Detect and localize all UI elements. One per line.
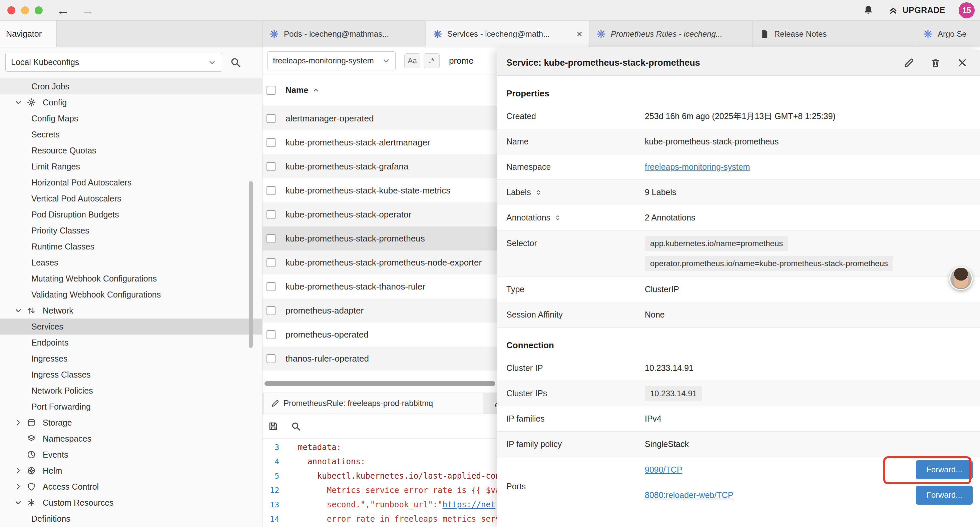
- line-number: 14: [262, 515, 285, 523]
- sidebar-item-leases[interactable]: Leases: [0, 255, 262, 271]
- line-number: 13: [262, 500, 285, 509]
- row-checkbox[interactable]: [267, 306, 275, 315]
- sidebar-item-port-forwarding[interactable]: Port Forwarding: [0, 399, 262, 415]
- tab-release-notes[interactable]: Release Notes: [753, 21, 916, 47]
- editor-search-icon[interactable]: [291, 421, 301, 431]
- chevron-down-icon[interactable]: [14, 498, 23, 507]
- sidebar-item-services[interactable]: Services: [0, 318, 262, 334]
- notifications-bell-icon[interactable]: [862, 4, 874, 16]
- chevron-right-icon[interactable]: [14, 466, 23, 475]
- forward-arrow-icon[interactable]: →: [81, 4, 94, 17]
- row-checkbox[interactable]: [267, 354, 275, 363]
- sidebar-item-network-policies[interactable]: Network Policies: [0, 382, 262, 399]
- close-drawer-icon[interactable]: [957, 57, 968, 68]
- port-forward-button[interactable]: Forward...: [916, 486, 973, 505]
- row-checkbox[interactable]: [267, 330, 275, 339]
- property-row-name: Name kube-prometheus-stack-prometheus: [497, 129, 980, 154]
- sidebar-item-limit-ranges[interactable]: Limit Ranges: [0, 158, 262, 174]
- sidebar-item-endpoints[interactable]: Endpoints: [0, 334, 262, 350]
- navigator-panel-header[interactable]: Navigator: [0, 21, 57, 47]
- labels-count[interactable]: 9 Labels: [645, 188, 676, 197]
- row-checkbox[interactable]: [267, 186, 275, 195]
- back-arrow-icon[interactable]: ←: [57, 4, 69, 17]
- tab-pods[interactable]: Pods - icecheng@mathmas...: [262, 21, 426, 47]
- service-name: thanos-ruler-operated: [286, 353, 369, 364]
- sidebar-item-cron-jobs[interactable]: Cron Jobs: [0, 78, 262, 94]
- row-checkbox[interactable]: [267, 114, 275, 123]
- property-label: Name: [506, 137, 645, 146]
- port-forward-button[interactable]: Forward...: [916, 460, 973, 479]
- row-checkbox[interactable]: [267, 258, 275, 267]
- drawer-title: Service: kube-prometheus-stack-prometheu…: [506, 58, 700, 68]
- tree-scrollbar[interactable]: [249, 181, 253, 348]
- namespace-selector[interactable]: freeleaps-monitoring-system: [267, 51, 396, 70]
- sidebar-item-label: Leases: [31, 258, 58, 267]
- zoom-window-button[interactable]: [35, 6, 43, 14]
- sidebar-item-definitions[interactable]: Definitions: [0, 511, 262, 527]
- sidebar-item-helm[interactable]: Helm: [0, 463, 262, 479]
- horizontal-scrollbar-thumb[interactable]: [264, 381, 495, 386]
- service-name: kube-prometheus-stack-alertmanager: [286, 137, 430, 148]
- sidebar-item-config[interactable]: Config: [0, 94, 262, 110]
- namespace-link[interactable]: freeleaps-monitoring-system: [645, 162, 750, 172]
- tab-prometheus-rules[interactable]: Prometheus Rules - icecheng...: [589, 21, 753, 47]
- property-label: Labels: [506, 188, 531, 197]
- kubeconfig-selector[interactable]: Local Kubeconfigs: [5, 53, 222, 72]
- sidebar-item-access-control[interactable]: Access Control: [0, 479, 262, 495]
- sidebar-item-events[interactable]: Events: [0, 447, 262, 463]
- selector-chip: operator.prometheus.io/name=kube-prometh…: [645, 256, 893, 271]
- sidebar-item-runtime-classes[interactable]: Runtime Classes: [0, 239, 262, 255]
- search-input[interactable]: prome: [449, 56, 474, 66]
- search-icon[interactable]: [229, 56, 242, 68]
- sidebar-item-custom-resources[interactable]: Custom Resources: [0, 495, 262, 511]
- unfold-icon[interactable]: [535, 188, 542, 196]
- sidebar-item-label: Runtime Classes: [31, 242, 94, 252]
- sidebar-item-vertical-pod-autoscalers[interactable]: Vertical Pod Autoscalers: [0, 191, 262, 207]
- upgrade-button[interactable]: UPGRADE: [888, 5, 945, 16]
- sidebar-item-ingress-classes[interactable]: Ingress Classes: [0, 366, 262, 382]
- sidebar-item-priority-classes[interactable]: Priority Classes: [0, 223, 262, 239]
- tab-close-icon[interactable]: ×: [576, 29, 582, 40]
- chevron-down-icon[interactable]: [14, 98, 23, 107]
- sidebar-item-namespaces[interactable]: Namespaces: [0, 431, 262, 447]
- notification-count-badge[interactable]: 15: [959, 2, 975, 18]
- sidebar-item-config-maps[interactable]: Config Maps: [0, 110, 262, 126]
- select-all-checkbox[interactable]: [267, 86, 275, 95]
- tab-argo[interactable]: Argo Se: [916, 21, 980, 47]
- annotations-count[interactable]: 2 Annotations: [645, 213, 695, 223]
- service-details-drawer: Service: kube-prometheus-stack-prometheu…: [497, 50, 980, 527]
- edit-service-icon[interactable]: [903, 57, 915, 68]
- row-checkbox[interactable]: [267, 162, 275, 171]
- code-text: annotations:: [285, 457, 365, 466]
- sidebar-item-storage[interactable]: Storage: [0, 415, 262, 431]
- unfold-icon[interactable]: [554, 214, 562, 222]
- sidebar-item-resource-quotas[interactable]: Resource Quotas: [0, 142, 262, 158]
- tab-services[interactable]: Services - icecheng@math... ×: [426, 21, 589, 47]
- minimize-window-button[interactable]: [21, 6, 29, 14]
- sidebar-item-horizontal-pod-autoscalers[interactable]: Horizontal Pod Autoscalers: [0, 174, 262, 191]
- port-link[interactable]: 9090/TCP: [645, 465, 682, 474]
- sidebar-item-mutating-webhook-configurations[interactable]: Mutating Webhook Configurations: [0, 271, 262, 287]
- name-column-header[interactable]: Name: [286, 85, 308, 95]
- sidebar-item-ingresses[interactable]: Ingresses: [0, 350, 262, 366]
- dock-tab-prometheusrule[interactable]: PrometheusRule: freeleaps-prod-rabbitmq: [263, 393, 483, 414]
- row-checkbox[interactable]: [267, 210, 275, 219]
- regex-toggle[interactable]: .*: [424, 53, 440, 68]
- save-icon[interactable]: [268, 421, 278, 431]
- row-checkbox[interactable]: [267, 282, 275, 291]
- property-value: kube-prometheus-stack-prometheus: [645, 137, 779, 146]
- sidebar-item-network[interactable]: Network: [0, 303, 262, 318]
- sidebar-item-secrets[interactable]: Secrets: [0, 126, 262, 142]
- match-case-toggle[interactable]: Aa: [404, 53, 420, 68]
- chevron-right-icon[interactable]: [14, 418, 23, 427]
- port-link[interactable]: 8080:reloader-web/TCP: [645, 490, 733, 500]
- close-window-button[interactable]: [7, 6, 15, 14]
- row-checkbox[interactable]: [267, 138, 275, 147]
- sidebar-item-validating-webhook-configurations[interactable]: Validating Webhook Configurations: [0, 287, 262, 303]
- row-checkbox[interactable]: [267, 234, 275, 243]
- floating-avatar-bubble[interactable]: [949, 267, 973, 290]
- sidebar-item-pod-disruption-budgets[interactable]: Pod Disruption Budgets: [0, 207, 262, 223]
- chevron-right-icon[interactable]: [14, 482, 23, 491]
- delete-service-icon[interactable]: [930, 57, 941, 68]
- chevron-down-icon[interactable]: [14, 306, 23, 315]
